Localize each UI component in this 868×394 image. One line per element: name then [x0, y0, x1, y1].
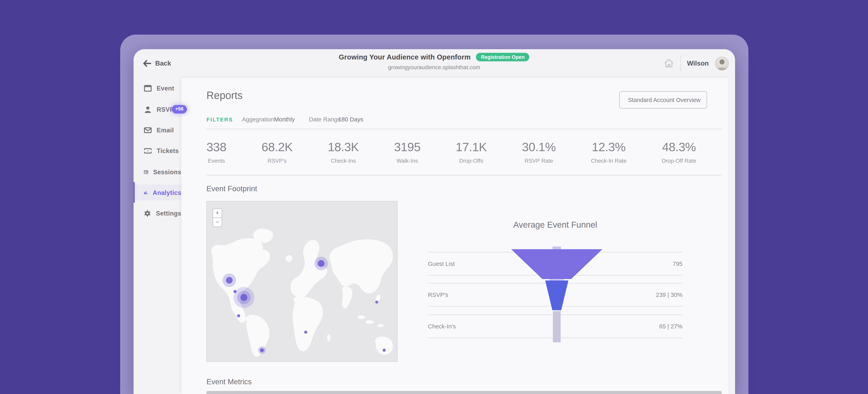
page-title: Reports	[207, 90, 243, 102]
stat-events: 338Events	[207, 140, 226, 164]
land-uk	[286, 255, 292, 262]
avatar-photo	[715, 56, 729, 70]
status-badge[interactable]: Registration Open	[476, 53, 529, 62]
funnel-row-rsvps: RSVP's 239 | 30%	[428, 283, 683, 307]
stat-dropoff-rate: 48.3%Drop-Off Rate	[662, 140, 696, 164]
land-north-america	[211, 238, 270, 323]
funnel-stage-label: RSVP's	[428, 292, 448, 298]
filter-aggregation-value[interactable]: Monthly	[274, 116, 295, 122]
bubble-europe-core	[318, 260, 324, 267]
bubble-us-west-core	[226, 277, 233, 283]
sidebar-item-label: Analytics	[153, 189, 181, 196]
sidebar-item-event[interactable]: Event	[133, 81, 181, 96]
report-view-selector[interactable]: Standard Account Overview	[619, 91, 707, 109]
event-icon	[144, 85, 152, 92]
bubble-south-america-core	[260, 348, 264, 352]
filter-aggregation-label: Aggegration	[242, 116, 274, 122]
bubble-us-east-core	[241, 294, 248, 301]
stat-checkins: 18.3KCheck-Ins	[328, 140, 359, 164]
stat-rsvps: 68.2KRSVP's	[261, 140, 292, 164]
gear-icon	[144, 210, 151, 217]
stats-row: 338Events 68.2KRSVP's 18.3KCheck-Ins 319…	[207, 128, 722, 176]
funnel-stage-label: Check-In's	[428, 323, 456, 329]
event-header: Growing Your Audience with Openform Regi…	[133, 53, 735, 71]
sidebar-item-label: Event	[157, 85, 174, 92]
user-avatar[interactable]	[715, 56, 729, 70]
map-zoom-in-button[interactable]: +	[213, 208, 222, 218]
average-event-funnel: Average Event Funnel Guest List 795	[428, 215, 683, 338]
sidebar-item-tickets[interactable]: Tickets	[133, 143, 181, 159]
land-indonesia-1	[358, 315, 365, 319]
funnel-stage-value: 795	[673, 260, 682, 267]
land-australia	[375, 336, 393, 355]
funnel-row-checkins: Check-In's 65 | 27%	[428, 314, 683, 338]
sidebar-item-email[interactable]: Email	[133, 122, 181, 138]
funnel-stage-label: Guest List	[428, 260, 455, 267]
sidebar-item-analytics[interactable]: Analytics	[133, 185, 181, 201]
bubble-central-america	[237, 314, 240, 317]
event-footprint-map[interactable]: + −	[207, 201, 398, 362]
stat-checkin-rate: 12.3%Check-In Rate	[591, 140, 626, 164]
funnel-stage-connector	[549, 275, 564, 281]
sidebar-item-label: Sessions	[153, 169, 181, 175]
bubble-east-asia	[375, 301, 378, 304]
land-madagascar	[327, 334, 331, 341]
stat-walkins: 3195Walk-Ins	[394, 140, 421, 164]
event-metrics-table-header	[207, 391, 722, 394]
home-icon[interactable]	[663, 58, 674, 68]
land-japan	[375, 294, 381, 302]
map-zoom-control: + −	[213, 208, 222, 227]
header-right: Wilson	[663, 55, 729, 72]
event-title: Growing Your Audience with Openform	[339, 54, 471, 61]
filters-heading[interactable]: FILTERS	[207, 116, 233, 122]
footprint-heading: Event Footprint	[207, 185, 257, 193]
filter-daterange-value[interactable]: 180 Days	[338, 116, 363, 122]
funnel-stage-value: 239 | 30%	[656, 292, 683, 298]
sidebar-item-label: Settings	[156, 210, 181, 217]
land-africa	[293, 296, 323, 351]
sidebar-item-label: Email	[157, 127, 174, 133]
funnel-mouth-connector	[553, 246, 561, 249]
ticket-icon	[144, 147, 152, 155]
header-divider	[680, 55, 681, 71]
land-south-america	[246, 315, 270, 357]
land-asia	[330, 239, 393, 294]
bubble-australia	[382, 349, 385, 352]
sidebar-item-settings[interactable]: Settings	[133, 206, 181, 221]
map-zoom-out-button[interactable]: −	[213, 217, 222, 227]
app-window: Back Growing Your Audience with Openform…	[133, 49, 735, 394]
stat-rsvp-rate: 30.1%RSVP Rate	[522, 140, 556, 164]
report-view-value: Standard Account Overview	[628, 96, 701, 103]
funnel-stage-value: 65 | 27%	[659, 323, 683, 329]
world-map	[207, 202, 397, 361]
sessions-icon	[144, 168, 148, 176]
sidebar-item-sessions[interactable]: Sessions	[133, 164, 181, 180]
funnel-title: Average Event Funnel	[428, 215, 683, 230]
bubble-africa	[304, 331, 307, 334]
sidebar-item-label: Tickets	[157, 148, 179, 154]
funnel-row-guest-list: Guest List 795	[428, 252, 683, 276]
event-url[interactable]: growingyouraudience.splashthat.com	[133, 65, 735, 71]
desktop-background: Back Growing Your Audience with Openform…	[0, 0, 868, 394]
filter-daterange-label: Date Range	[309, 116, 341, 122]
land-indonesia-2	[366, 320, 374, 324]
metrics-heading: Event Metrics	[207, 377, 252, 386]
person-icon	[144, 105, 152, 113]
bar-chart-icon	[144, 189, 148, 196]
user-name: Wilson	[687, 60, 709, 67]
reports-panel: Reports Standard Account Overview FILTER…	[182, 78, 729, 394]
envelope-icon	[144, 126, 152, 134]
land-indonesia-3	[378, 324, 384, 327]
rsvps-count-badge[interactable]: +56	[172, 105, 187, 114]
stat-dropoffs: 17.1KDrop-Offs	[456, 140, 487, 164]
land-india	[342, 286, 352, 308]
